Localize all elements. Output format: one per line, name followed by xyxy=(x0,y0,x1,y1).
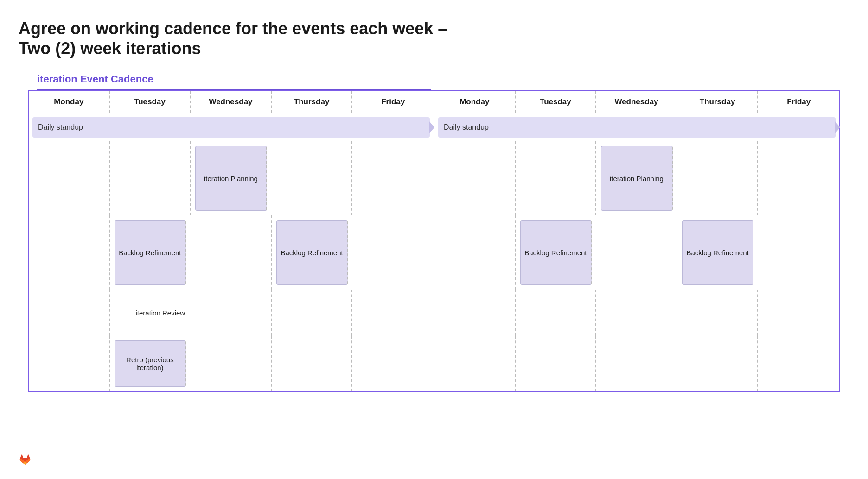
cell-w2-fri-r4 xyxy=(758,290,839,336)
cell-w1-wed-r4 xyxy=(191,290,272,336)
cell-w2-tue-r4 xyxy=(516,290,597,336)
gitlab-logo xyxy=(14,449,36,470)
cadence-grid: Monday Tuesday Wednesday Thursday Friday… xyxy=(28,90,840,392)
backlog-refinement-thu-w1: Backlog Refinement xyxy=(276,220,348,285)
header-w1-monday: Monday xyxy=(29,91,110,113)
body-grid: Daily standup Daily standup iteration Pl… xyxy=(29,113,839,391)
cell-w1-fri-r3 xyxy=(352,215,434,290)
cell-w1-tue-r2 xyxy=(110,141,191,215)
standup-w2: Daily standup xyxy=(438,117,836,138)
page-title: Agree on working cadence for the events … xyxy=(19,19,849,58)
cell-w2-mon-r3 xyxy=(434,215,516,290)
cell-w2-tue-r5 xyxy=(516,336,597,391)
cell-w2-wed-r4 xyxy=(596,290,677,336)
cell-w1-wed-r5 xyxy=(191,336,272,391)
header-w1-tuesday: Tuesday xyxy=(110,91,191,113)
header-w2-monday: Monday xyxy=(434,91,516,113)
cell-w1-thu-r2 xyxy=(272,141,353,215)
backlog-refinement-thu-w2: Backlog Refinement xyxy=(682,220,754,285)
cell-w1-mon-r5 xyxy=(29,336,110,391)
cell-w2-mon-r2 xyxy=(434,141,516,215)
cell-w1-thu-r4 xyxy=(272,290,353,336)
cell-w2-wed-r5 xyxy=(596,336,677,391)
header-w2-thursday: Thursday xyxy=(677,91,759,113)
cell-w2-fri-r2 xyxy=(758,141,839,215)
retro-w1: Retro (previous iteration) xyxy=(115,340,186,387)
cell-w2-mon-r5 xyxy=(434,336,516,391)
header-w2-friday: Friday xyxy=(758,91,839,113)
iteration-review-w1: iteration Review xyxy=(110,290,191,336)
cell-w1-fri-r2 xyxy=(352,141,434,215)
backlog-refinement-tue-w2: Backlog Refinement xyxy=(520,220,592,285)
header-w1-thursday: Thursday xyxy=(272,91,353,113)
cell-w2-mon-r4 xyxy=(434,290,516,336)
standup-w1: Daily standup xyxy=(32,117,430,138)
cell-w1-fri-r5 xyxy=(352,336,434,391)
cell-w1-wed-r3 xyxy=(191,215,272,290)
backlog-refinement-tue-w1: Backlog Refinement xyxy=(115,220,186,285)
header-row: Monday Tuesday Wednesday Thursday Friday… xyxy=(29,91,839,113)
header-w2-tuesday: Tuesday xyxy=(516,91,597,113)
header-w1-wednesday: Wednesday xyxy=(191,91,272,113)
cell-w1-mon-r2 xyxy=(29,141,110,215)
cell-w1-thu-r5 xyxy=(272,336,353,391)
cell-w2-tue-r2 xyxy=(516,141,597,215)
cell-w2-fri-r5 xyxy=(758,336,839,391)
cell-w1-fri-r4 xyxy=(352,290,434,336)
header-w2-wednesday: Wednesday xyxy=(596,91,677,113)
cell-w2-thu-r2 xyxy=(677,141,759,215)
cell-w1-mon-r4 xyxy=(29,290,110,336)
header-w1-friday: Friday xyxy=(352,91,434,113)
cell-w2-thu-r4 xyxy=(677,290,759,336)
cadence-label: iteration Event Cadence xyxy=(37,73,849,85)
cell-w2-fri-r3 xyxy=(758,215,839,290)
cell-w2-thu-r5 xyxy=(677,336,759,391)
cell-w1-mon-r3 xyxy=(29,215,110,290)
iteration-planning-w2: iteration Planning xyxy=(601,146,673,211)
iteration-planning-w1: iteration Planning xyxy=(195,146,267,211)
cell-w2-wed-r3 xyxy=(596,215,677,290)
